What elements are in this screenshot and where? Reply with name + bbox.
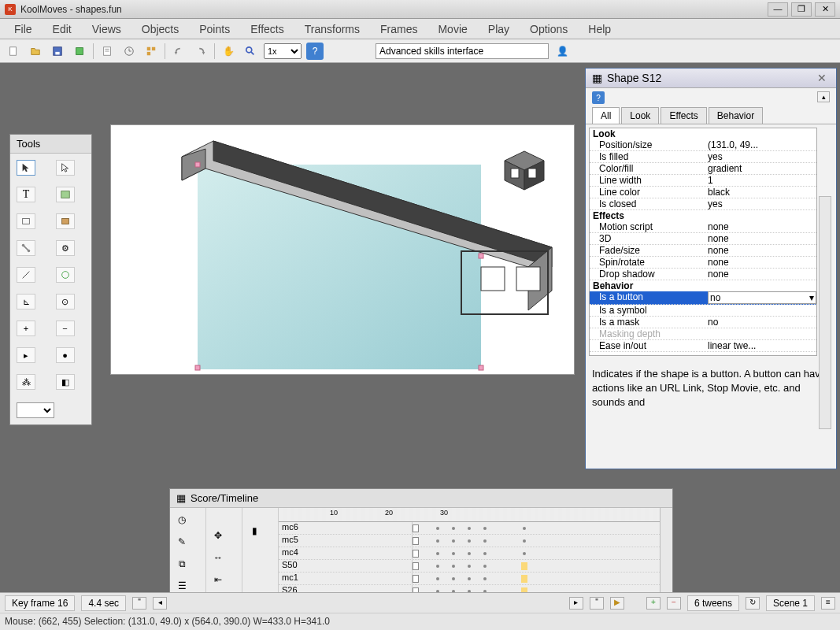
prop-row[interactable]: Is a symbol — [590, 305, 816, 317]
add-point-tool[interactable]: + — [17, 321, 35, 336]
status-ffwd-button[interactable]: " — [590, 597, 604, 610]
prop-row[interactable]: Motion scriptnone — [590, 221, 816, 233]
prop-value-dropdown[interactable]: no▾ — [708, 291, 816, 304]
prop-row[interactable]: Ease in/outlinear twe... — [590, 340, 816, 352]
line-tool[interactable] — [17, 267, 35, 283]
prop-row[interactable]: Line width1 — [590, 175, 816, 187]
prop-row[interactable]: Spin/rotatenone — [590, 257, 816, 269]
misc-tool[interactable]: ◧ — [56, 374, 75, 390]
gear-tool[interactable]: ⚙ — [56, 240, 75, 256]
user-icon[interactable]: 👤 — [553, 43, 571, 60]
menu-objects[interactable]: Objects — [132, 20, 188, 38]
play-tool[interactable]: ▸ — [17, 347, 35, 363]
text-tool[interactable]: T — [17, 187, 35, 202]
open-file-button[interactable] — [27, 43, 44, 60]
export-button[interactable] — [71, 43, 88, 60]
prop-row[interactable]: Is closedyes — [590, 198, 816, 210]
prop-help-button[interactable]: ? — [592, 91, 605, 104]
remove-frame-button[interactable]: − — [667, 597, 681, 610]
tl-insert-button[interactable]: ⇤ — [209, 571, 227, 588]
image-tool[interactable] — [56, 187, 75, 202]
track-cells[interactable] — [413, 573, 660, 584]
menu-views[interactable]: Views — [83, 20, 131, 38]
select-tool[interactable] — [17, 160, 35, 176]
bone-tool[interactable] — [17, 240, 35, 256]
canvas-stage[interactable] — [110, 124, 575, 375]
prop-row[interactable]: Drop shadownone — [590, 269, 816, 280]
record-tool[interactable]: ● — [56, 347, 75, 363]
prop-row[interactable]: Position/size(131.0, 49... — [590, 139, 816, 151]
link-tool[interactable]: ⁂ — [17, 374, 35, 390]
menu-help[interactable]: Help — [579, 20, 620, 38]
minimize-button[interactable]: — — [768, 2, 788, 17]
properties-list[interactable]: LookPosition/size(131.0, 49...Is filledy… — [589, 128, 817, 356]
scene-menu-button[interactable]: ≡ — [821, 597, 835, 610]
timeline-vscrollbar[interactable] — [660, 508, 672, 598]
menu-effects[interactable]: Effects — [241, 20, 294, 38]
rect-tool[interactable] — [17, 213, 35, 229]
close-button[interactable]: ✕ — [815, 2, 835, 17]
properties-scrollbar[interactable] — [819, 196, 831, 429]
tl-clock-button[interactable]: ◷ — [173, 511, 191, 528]
tool-options-select[interactable] — [17, 402, 54, 418]
menu-frames[interactable]: Frames — [371, 20, 427, 38]
menu-file[interactable]: File — [5, 20, 42, 38]
lasso-tool[interactable]: ⊙ — [56, 294, 75, 309]
tl-hresize-button[interactable]: ↔ — [209, 549, 227, 566]
track-cells[interactable] — [413, 535, 660, 547]
prop-row[interactable]: Color/fillgradient — [590, 163, 816, 175]
play-button[interactable]: ▶ — [610, 597, 624, 610]
menu-movie[interactable]: Movie — [428, 20, 476, 38]
add-frame-button[interactable]: + — [646, 597, 661, 610]
help-button[interactable]: ? — [306, 43, 324, 60]
clock-button[interactable] — [120, 43, 138, 60]
menu-points[interactable]: Points — [190, 20, 239, 38]
redo-button[interactable] — [192, 43, 209, 60]
tl-pencil-button[interactable]: ✎ — [173, 533, 191, 550]
zoom-select[interactable]: 1x — [264, 43, 302, 59]
remove-point-tool[interactable]: − — [56, 321, 75, 336]
menu-edit[interactable]: Edit — [43, 20, 81, 38]
magnet-tool[interactable]: ⊾ — [17, 294, 35, 309]
tweens-refresh-button[interactable]: ↻ — [746, 597, 760, 610]
subselect-tool[interactable] — [56, 160, 75, 176]
status-next-button[interactable]: ▸ — [569, 597, 583, 610]
status-rewind-button[interactable]: " — [132, 597, 146, 610]
track-row[interactable]: S50 — [279, 560, 660, 573]
undo-button[interactable] — [170, 43, 187, 60]
prop-collapse-button[interactable]: ▴ — [817, 91, 830, 102]
timeline-ruler[interactable]: 10 20 30 — [279, 508, 660, 522]
scene-indicator[interactable]: Scene 1 — [766, 595, 815, 611]
track-cells[interactable] — [413, 522, 660, 534]
new-file-button[interactable] — [5, 43, 22, 60]
magnify-button[interactable] — [242, 43, 259, 60]
track-row[interactable]: mc5 — [279, 535, 660, 547]
document-button[interactable] — [98, 43, 116, 60]
save-file-button[interactable] — [49, 43, 66, 60]
tweens-indicator[interactable]: 6 tweens — [687, 595, 739, 611]
menu-play[interactable]: Play — [479, 20, 519, 38]
menu-options[interactable]: Options — [520, 20, 577, 38]
tab-look[interactable]: Look — [621, 107, 659, 124]
tl-copy-button[interactable]: ⧉ — [173, 555, 191, 573]
status-prev-button[interactable]: ◂ — [153, 597, 167, 610]
prop-row[interactable]: Fade/sizenone — [590, 245, 816, 257]
track-row[interactable]: mc4 — [279, 547, 660, 560]
prop-row[interactable]: Masking depth — [590, 328, 816, 340]
prop-row[interactable]: Is a buttonno▾ — [590, 291, 816, 305]
close-icon[interactable]: ✕ — [814, 72, 830, 84]
tab-all[interactable]: All — [592, 107, 620, 124]
menu-transforms[interactable]: Transforms — [295, 20, 369, 38]
grid-button[interactable] — [142, 43, 160, 60]
prop-row[interactable]: Line colorblack — [590, 187, 816, 198]
track-cells[interactable] — [413, 547, 660, 559]
shape-tool[interactable] — [56, 213, 75, 229]
track-cells[interactable] — [413, 560, 660, 572]
keyframe-indicator[interactable]: Key frame 16 — [5, 595, 75, 611]
hand-tool-button[interactable]: ✋ — [220, 43, 237, 60]
track-row[interactable]: mc1 — [279, 573, 660, 585]
tab-behavior[interactable]: Behavior — [709, 107, 763, 124]
tl-marker-button[interactable]: ▮ — [246, 522, 263, 539]
prop-row[interactable]: Is a maskno — [590, 317, 816, 328]
skills-input[interactable] — [376, 43, 549, 59]
